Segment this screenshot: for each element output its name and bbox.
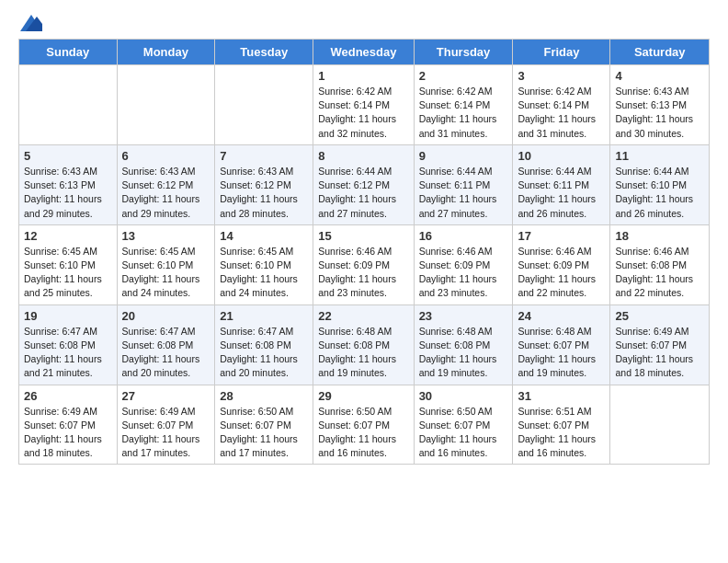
day-info: Sunrise: 6:51 AMSunset: 6:07 PMDaylight:… — [518, 405, 605, 461]
calendar-cell: 1Sunrise: 6:42 AMSunset: 6:14 PMDaylight… — [313, 65, 414, 145]
calendar-cell: 22Sunrise: 6:48 AMSunset: 6:08 PMDayligh… — [313, 304, 414, 385]
day-info: Sunrise: 6:48 AMSunset: 6:07 PMDaylight:… — [518, 325, 605, 381]
calendar-cell: 5Sunrise: 6:43 AMSunset: 6:13 PMDaylight… — [19, 144, 118, 224]
day-number: 7 — [220, 149, 308, 163]
day-number: 20 — [122, 309, 210, 323]
day-info: Sunrise: 6:43 AMSunset: 6:13 PMDaylight:… — [24, 165, 112, 221]
logo-icon — [20, 15, 42, 31]
calendar-cell: 18Sunrise: 6:46 AMSunset: 6:08 PMDayligh… — [610, 224, 710, 304]
calendar-cell: 12Sunrise: 6:45 AMSunset: 6:10 PMDayligh… — [19, 224, 118, 304]
day-number: 13 — [122, 229, 210, 243]
day-info: Sunrise: 6:42 AMSunset: 6:14 PMDaylight:… — [318, 85, 408, 141]
calendar-cell: 15Sunrise: 6:46 AMSunset: 6:09 PMDayligh… — [313, 224, 414, 304]
calendar-cell: 27Sunrise: 6:49 AMSunset: 6:07 PMDayligh… — [117, 385, 215, 465]
header — [18, 15, 710, 31]
calendar-cell: 30Sunrise: 6:50 AMSunset: 6:07 PMDayligh… — [414, 385, 513, 465]
day-number: 9 — [419, 149, 508, 163]
day-info: Sunrise: 6:43 AMSunset: 6:12 PMDaylight:… — [122, 165, 210, 221]
day-number: 1 — [318, 69, 408, 83]
day-info: Sunrise: 6:49 AMSunset: 6:07 PMDaylight:… — [122, 405, 210, 461]
calendar-cell: 16Sunrise: 6:46 AMSunset: 6:09 PMDayligh… — [414, 224, 513, 304]
day-info: Sunrise: 6:50 AMSunset: 6:07 PMDaylight:… — [220, 405, 308, 461]
calendar-header-friday: Friday — [513, 40, 610, 65]
day-info: Sunrise: 6:49 AMSunset: 6:07 PMDaylight:… — [615, 325, 704, 381]
day-number: 24 — [518, 309, 605, 323]
day-number: 22 — [318, 309, 408, 323]
day-number: 6 — [122, 149, 210, 163]
calendar-cell: 11Sunrise: 6:44 AMSunset: 6:10 PMDayligh… — [610, 144, 710, 224]
day-info: Sunrise: 6:43 AMSunset: 6:12 PMDaylight:… — [220, 165, 308, 221]
day-number: 30 — [419, 389, 508, 403]
day-info: Sunrise: 6:48 AMSunset: 6:08 PMDaylight:… — [318, 325, 408, 381]
day-info: Sunrise: 6:47 AMSunset: 6:08 PMDaylight:… — [24, 325, 112, 381]
calendar-header-sunday: Sunday — [19, 40, 118, 65]
day-number: 23 — [419, 309, 508, 323]
day-info: Sunrise: 6:43 AMSunset: 6:13 PMDaylight:… — [615, 85, 704, 141]
day-number: 5 — [24, 149, 112, 163]
day-number: 8 — [318, 149, 408, 163]
day-info: Sunrise: 6:42 AMSunset: 6:14 PMDaylight:… — [419, 85, 508, 141]
day-number: 18 — [615, 229, 704, 243]
day-number: 27 — [122, 389, 210, 403]
calendar-cell: 4Sunrise: 6:43 AMSunset: 6:13 PMDaylight… — [610, 65, 710, 145]
day-info: Sunrise: 6:44 AMSunset: 6:10 PMDaylight:… — [615, 165, 704, 221]
day-number: 21 — [220, 309, 308, 323]
calendar-cell: 20Sunrise: 6:47 AMSunset: 6:08 PMDayligh… — [117, 304, 215, 385]
day-info: Sunrise: 6:50 AMSunset: 6:07 PMDaylight:… — [318, 405, 408, 461]
calendar-cell: 7Sunrise: 6:43 AMSunset: 6:12 PMDaylight… — [215, 144, 313, 224]
calendar-cell: 19Sunrise: 6:47 AMSunset: 6:08 PMDayligh… — [19, 304, 118, 385]
page: SundayMondayTuesdayWednesdayThursdayFrid… — [0, 0, 728, 483]
day-info: Sunrise: 6:45 AMSunset: 6:10 PMDaylight:… — [122, 245, 210, 301]
day-info: Sunrise: 6:46 AMSunset: 6:09 PMDaylight:… — [318, 245, 408, 301]
calendar-cell: 17Sunrise: 6:46 AMSunset: 6:09 PMDayligh… — [513, 224, 610, 304]
calendar-cell: 2Sunrise: 6:42 AMSunset: 6:14 PMDaylight… — [414, 65, 513, 145]
day-number: 31 — [518, 389, 605, 403]
calendar-cell: 28Sunrise: 6:50 AMSunset: 6:07 PMDayligh… — [215, 385, 313, 465]
day-number: 2 — [419, 69, 508, 83]
day-info: Sunrise: 6:46 AMSunset: 6:08 PMDaylight:… — [615, 245, 704, 301]
day-info: Sunrise: 6:45 AMSunset: 6:10 PMDaylight:… — [24, 245, 112, 301]
day-info: Sunrise: 6:44 AMSunset: 6:11 PMDaylight:… — [518, 165, 605, 221]
day-number: 28 — [220, 389, 308, 403]
calendar-cell: 13Sunrise: 6:45 AMSunset: 6:10 PMDayligh… — [117, 224, 215, 304]
day-info: Sunrise: 6:42 AMSunset: 6:14 PMDaylight:… — [518, 85, 605, 141]
day-number: 12 — [24, 229, 112, 243]
calendar-cell: 10Sunrise: 6:44 AMSunset: 6:11 PMDayligh… — [513, 144, 610, 224]
day-info: Sunrise: 6:46 AMSunset: 6:09 PMDaylight:… — [419, 245, 508, 301]
day-number: 10 — [518, 149, 605, 163]
day-info: Sunrise: 6:44 AMSunset: 6:12 PMDaylight:… — [318, 165, 408, 221]
day-info: Sunrise: 6:46 AMSunset: 6:09 PMDaylight:… — [518, 245, 605, 301]
day-info: Sunrise: 6:49 AMSunset: 6:07 PMDaylight:… — [24, 405, 112, 461]
calendar-cell: 21Sunrise: 6:47 AMSunset: 6:08 PMDayligh… — [215, 304, 313, 385]
day-number: 15 — [318, 229, 408, 243]
calendar-cell — [610, 385, 710, 465]
day-number: 3 — [518, 69, 605, 83]
day-number: 17 — [518, 229, 605, 243]
day-number: 25 — [615, 309, 704, 323]
day-number: 14 — [220, 229, 308, 243]
day-info: Sunrise: 6:48 AMSunset: 6:08 PMDaylight:… — [419, 325, 508, 381]
calendar-table: SundayMondayTuesdayWednesdayThursdayFrid… — [18, 39, 710, 465]
calendar-cell — [117, 65, 215, 145]
day-number: 4 — [615, 69, 704, 83]
day-info: Sunrise: 6:47 AMSunset: 6:08 PMDaylight:… — [122, 325, 210, 381]
day-number: 19 — [24, 309, 112, 323]
day-number: 11 — [615, 149, 704, 163]
calendar-cell: 25Sunrise: 6:49 AMSunset: 6:07 PMDayligh… — [610, 304, 710, 385]
calendar-cell: 14Sunrise: 6:45 AMSunset: 6:10 PMDayligh… — [215, 224, 313, 304]
calendar-cell: 31Sunrise: 6:51 AMSunset: 6:07 PMDayligh… — [513, 385, 610, 465]
day-info: Sunrise: 6:44 AMSunset: 6:11 PMDaylight:… — [419, 165, 508, 221]
calendar-cell: 3Sunrise: 6:42 AMSunset: 6:14 PMDaylight… — [513, 65, 610, 145]
calendar-cell: 6Sunrise: 6:43 AMSunset: 6:12 PMDaylight… — [117, 144, 215, 224]
calendar-header-saturday: Saturday — [610, 40, 710, 65]
day-info: Sunrise: 6:45 AMSunset: 6:10 PMDaylight:… — [220, 245, 308, 301]
day-info: Sunrise: 6:50 AMSunset: 6:07 PMDaylight:… — [419, 405, 508, 461]
day-info: Sunrise: 6:47 AMSunset: 6:08 PMDaylight:… — [220, 325, 308, 381]
calendar-cell: 8Sunrise: 6:44 AMSunset: 6:12 PMDaylight… — [313, 144, 414, 224]
calendar-cell — [215, 65, 313, 145]
calendar-cell: 9Sunrise: 6:44 AMSunset: 6:11 PMDaylight… — [414, 144, 513, 224]
calendar-header-monday: Monday — [117, 40, 215, 65]
calendar-header-tuesday: Tuesday — [215, 40, 313, 65]
calendar-cell: 26Sunrise: 6:49 AMSunset: 6:07 PMDayligh… — [19, 385, 118, 465]
day-number: 29 — [318, 389, 408, 403]
